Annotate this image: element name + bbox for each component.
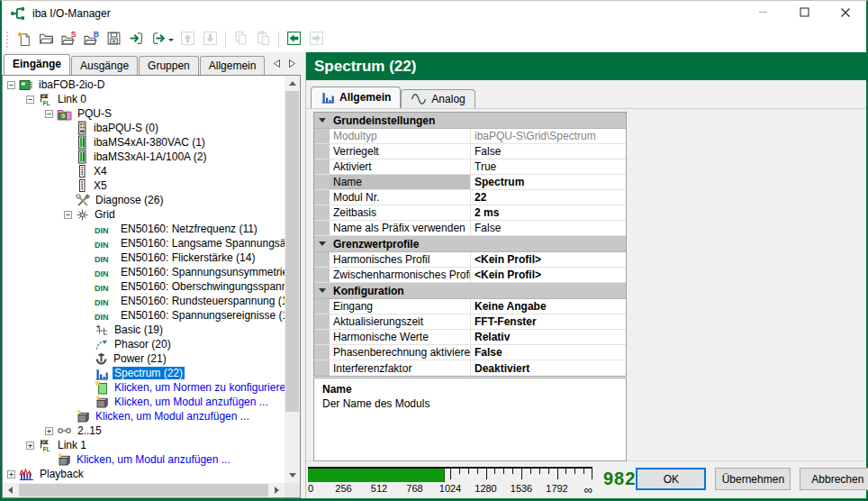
tree-item-label[interactable]: Link 0: [56, 93, 88, 105]
open-file-button[interactable]: [35, 29, 58, 50]
tree-item-label[interactable]: EN50160: Spannungsunsymmetrie (15): [119, 266, 301, 278]
tree-item[interactable]: ibaPQU-S (0): [3, 121, 160, 135]
tab-allgemein[interactable]: Allgemein: [200, 56, 266, 75]
property-label[interactable]: Modul Nr.: [330, 190, 471, 205]
property-label[interactable]: Harmonische Werte: [330, 330, 471, 344]
tree-item-label[interactable]: Phasor (20): [113, 338, 173, 351]
property-group-header[interactable]: Konfiguration: [314, 283, 626, 299]
scroll-down-icon[interactable]: [285, 468, 300, 483]
import-button[interactable]: [125, 29, 148, 50]
tree-item-label[interactable]: 2..15: [76, 424, 104, 437]
tree-item-label[interactable]: ibaMS3xAI-1A/100A (2): [92, 150, 208, 163]
property-label[interactable]: Modultyp: [330, 129, 471, 143]
property-group-header[interactable]: Grundeinstellungen: [314, 113, 626, 129]
tree-item[interactable]: DINEN50160: Oberschwingungsspannung (1: [3, 279, 301, 294]
property-label[interactable]: Interferenzfaktor: [330, 360, 471, 376]
close-button[interactable]: [825, 1, 866, 26]
property-value[interactable]: Deaktiviert: [471, 360, 626, 376]
property-value[interactable]: <Kein Profil>: [471, 252, 626, 267]
tree-expander[interactable]: −: [45, 110, 57, 118]
property-label[interactable]: Aktiviert: [330, 159, 471, 174]
tree-item[interactable]: X4: [3, 164, 109, 178]
dropdown-caret-icon[interactable]: [168, 39, 174, 44]
tree-item-label[interactable]: Power (21): [112, 352, 168, 365]
minimize-button[interactable]: [742, 1, 783, 26]
collapse-icon[interactable]: −: [64, 211, 72, 219]
tree-item-label[interactable]: ibaPQU-S (0): [92, 122, 160, 134]
property-label[interactable]: Phasenberechnung aktivieren: [330, 345, 471, 360]
tree-expander[interactable]: −: [7, 81, 19, 89]
tree-item-label[interactable]: Klicken, um Modul anzufügen ...: [113, 396, 270, 408]
tree-item[interactable]: DINEN50160: Netzfrequenz (11): [3, 222, 259, 236]
tree-vertical-scrollbar[interactable]: [285, 76, 300, 483]
tree-item[interactable]: ibaMS3xAI-1A/100A (2): [3, 150, 208, 164]
tree-expander[interactable]: −: [64, 211, 76, 219]
property-value[interactable]: False: [471, 345, 626, 360]
tree-item-label[interactable]: ibaFOB-2io-D: [37, 78, 106, 91]
tree-expander[interactable]: +: [7, 470, 19, 478]
tab-ausg-nge[interactable]: Ausgänge: [71, 56, 138, 75]
tree-item[interactable]: DINEN50160: Spannungsunsymmetrie (15): [3, 265, 301, 279]
tree-item-label[interactable]: PQU-S: [76, 107, 113, 120]
property-value[interactable]: 2 ms: [471, 205, 626, 220]
property-value[interactable]: Keine Angabe: [471, 299, 626, 314]
tree-item-label[interactable]: EN50160: Netzfrequenz (11): [119, 223, 259, 235]
property-label[interactable]: Name als Präfix verwenden: [330, 221, 471, 235]
tree-item-label[interactable]: Klicken, um Normen zu konfigurieren ...: [113, 381, 301, 394]
tree-item[interactable]: +Playback: [3, 467, 86, 481]
collapse-icon[interactable]: −: [7, 81, 15, 89]
property-value[interactable]: False: [471, 221, 626, 235]
open-b-button[interactable]: B: [80, 29, 103, 50]
property-label[interactable]: Zeitbasis: [330, 205, 471, 220]
tree-item-label[interactable]: ibaMS4xAI-380VAC (1): [92, 136, 207, 149]
tree-item-label[interactable]: EN50160: Rundsteuerspannung (17): [119, 295, 299, 307]
save-button[interactable]: [103, 29, 125, 50]
tab-scroll-right-icon[interactable]: [288, 59, 296, 68]
collapse-chevron-icon[interactable]: [314, 283, 330, 298]
maximize-button[interactable]: [783, 1, 825, 26]
tree-item-label[interactable]: X5: [92, 179, 109, 192]
horizontal-scroll-thumb[interactable]: [19, 484, 268, 496]
tree-horizontal-scrollbar[interactable]: [3, 483, 285, 497]
scroll-right-icon[interactable]: [269, 483, 285, 497]
collapse-chevron-icon[interactable]: [314, 236, 330, 251]
tree-item[interactable]: Basic (19): [3, 323, 165, 337]
cancel-button[interactable]: Abbrechen: [800, 468, 868, 490]
tree-item[interactable]: −ibaFOB-2io-D: [3, 77, 106, 92]
expand-icon[interactable]: +: [45, 427, 53, 435]
tree-item-label[interactable]: Grid: [93, 208, 117, 221]
tree-item[interactable]: Diagnose (26): [3, 193, 165, 207]
property-group-header[interactable]: Grenzwertprofile: [314, 236, 626, 252]
tab-eing-nge[interactable]: Eingänge: [4, 54, 70, 75]
tree-item-label[interactable]: Link 1: [56, 439, 88, 451]
tree-item-label[interactable]: Klicken, um Modul anzufügen ...: [75, 453, 232, 466]
tree-item[interactable]: Klicken, um Modul anzufügen ...: [3, 395, 270, 409]
expand-icon[interactable]: +: [7, 470, 15, 478]
tree-item-label[interactable]: EN50160: Flickerstärke (14): [119, 251, 257, 264]
tree-item-label[interactable]: EN50160: Oberschwingungsspannung (1: [119, 280, 301, 293]
tree-item[interactable]: −SPQU-S: [3, 106, 113, 121]
expand-icon[interactable]: +: [26, 442, 34, 450]
tree-item-label[interactable]: Klicken, um Modul anzufügen ...: [94, 410, 251, 423]
tree-item[interactable]: DINEN50160: Langsame Spannungsänderun: [3, 236, 301, 250]
tree-item-label[interactable]: Playback: [38, 468, 86, 480]
tree-item-label[interactable]: Diagnose (26): [94, 194, 165, 206]
tree-item-label[interactable]: EN50160: Spannungsereignisse (18): [119, 309, 300, 322]
export-button[interactable]: [148, 29, 176, 50]
back-button[interactable]: [283, 29, 305, 50]
collapse-chevron-icon[interactable]: [314, 113, 330, 128]
apply-button[interactable]: Übernehmen: [715, 468, 791, 490]
tree-item[interactable]: Klicken, um Modul anzufügen ...: [3, 409, 251, 424]
ok-button[interactable]: OK: [636, 468, 706, 490]
property-value[interactable]: <Kein Profil>: [471, 268, 626, 282]
tab-allgemein[interactable]: Allgemein: [311, 87, 401, 108]
property-label[interactable]: Name: [330, 175, 471, 189]
tree-item[interactable]: Phasor (20): [3, 337, 173, 351]
tree-item[interactable]: DINEN50160: Flickerstärke (14): [3, 250, 257, 265]
tree-item[interactable]: Spectrum (22): [3, 366, 185, 380]
tree-expander[interactable]: −: [26, 96, 38, 104]
tree-item-label[interactable]: EN50160: Langsame Spannungsänderun: [119, 237, 301, 250]
tree-item[interactable]: Klicken, um Modul anzufügen ...: [3, 452, 232, 467]
vertical-scroll-thumb[interactable]: [285, 91, 299, 412]
tree-item[interactable]: ibaMS4xAI-380VAC (1): [3, 135, 207, 150]
